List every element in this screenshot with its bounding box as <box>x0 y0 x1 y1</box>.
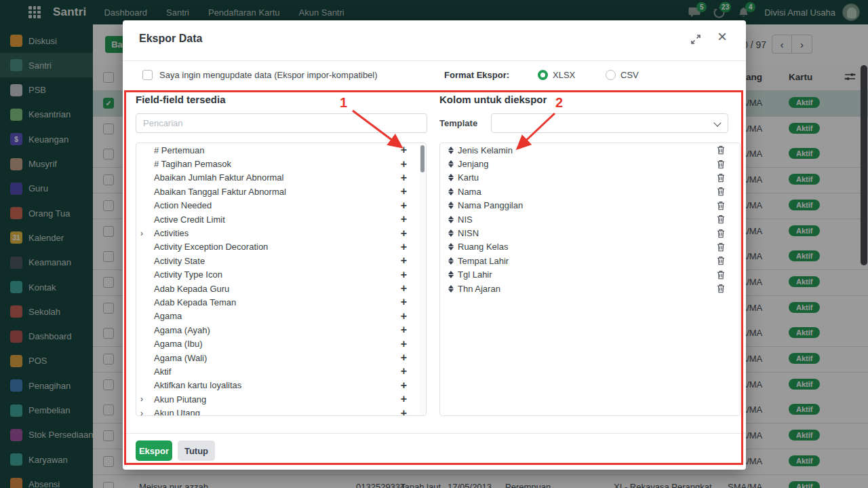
trash-icon[interactable] <box>717 284 725 293</box>
chevron-down-icon <box>713 119 721 126</box>
trash-icon[interactable] <box>717 145 725 155</box>
trash-icon[interactable] <box>717 256 725 265</box>
add-field-icon[interactable]: + <box>401 242 407 252</box>
export-column-nama[interactable]: Nama <box>440 185 740 198</box>
trash-icon[interactable] <box>717 173 725 183</box>
sort-handle-icon[interactable] <box>448 188 454 195</box>
export-column-nisn[interactable]: NISN <box>440 226 740 240</box>
field-row-agama-ibu[interactable]: Agama (Ibu)+ <box>136 337 426 350</box>
export-column-label: Thn Ajaran <box>458 284 500 294</box>
field-label: # Pertemuan <box>154 145 204 155</box>
field-row-agama[interactable]: Agama+ <box>136 309 426 323</box>
export-modal: Ekspor Data × Saya ingin mengupdate data… <box>123 20 746 470</box>
field-row-abaikan-jumlah-faktur-abnormal[interactable]: Abaikan Jumlah Faktur Abnormal+ <box>136 171 426 185</box>
add-field-icon[interactable]: + <box>401 201 407 210</box>
sort-handle-icon[interactable] <box>448 229 454 237</box>
export-column-kartu[interactable]: Kartu <box>440 171 740 185</box>
add-field-icon[interactable]: + <box>401 312 407 321</box>
field-row-aktifkan-kartu-loyalitas[interactable]: Aktifkan kartu loyalitas+ <box>136 379 426 392</box>
update-data-checkbox[interactable] <box>142 70 153 80</box>
field-row-activity-exception-decoration[interactable]: Activity Exception Decoration+ <box>136 240 426 254</box>
available-fields-list: # Pertemuan+# Tagihan Pemasok+Abaikan Ju… <box>136 143 427 416</box>
trash-icon[interactable] <box>717 187 725 196</box>
export-column-jenjang[interactable]: Jenjang <box>440 157 740 170</box>
sort-handle-icon[interactable] <box>448 257 454 265</box>
add-field-icon[interactable]: + <box>401 270 407 280</box>
add-field-icon[interactable]: + <box>401 381 407 390</box>
field-row-activities[interactable]: ›Activities+ <box>136 226 426 240</box>
export-column-thn-ajaran[interactable]: Thn Ajaran <box>440 282 740 295</box>
export-column-nis[interactable]: NIS <box>440 212 740 226</box>
export-column-ruang-kelas[interactable]: Ruang Kelas <box>440 240 740 254</box>
add-field-icon[interactable]: + <box>401 173 407 183</box>
add-field-icon[interactable]: + <box>401 297 407 307</box>
add-field-icon[interactable]: + <box>401 367 407 376</box>
field-row-adab-kepada-guru[interactable]: Adab Kepada Guru+ <box>136 282 426 295</box>
trash-icon[interactable] <box>717 214 725 224</box>
field-row-agama-ayah[interactable]: Agama (Ayah)+ <box>136 323 426 337</box>
sort-handle-icon[interactable] <box>448 216 454 223</box>
trash-icon[interactable] <box>717 201 725 210</box>
add-field-icon[interactable]: + <box>401 214 407 224</box>
template-label: Template <box>439 118 477 128</box>
format-label-xlsx: XLSX <box>553 70 575 80</box>
fields-list-scroll-thumb[interactable] <box>420 145 425 172</box>
add-field-icon[interactable]: + <box>401 325 407 335</box>
sort-handle-icon[interactable] <box>448 147 454 154</box>
export-column-jenis-kelamin[interactable]: Jenis Kelamin <box>440 143 740 157</box>
available-fields-heading: Field-field tersedia <box>136 94 226 105</box>
field-row-abaikan-tanggal-faktur-abnormal[interactable]: Abaikan Tanggal Faktur Abnormal+ <box>136 185 426 198</box>
add-field-icon[interactable]: + <box>401 409 407 416</box>
close-icon[interactable]: × <box>717 27 727 46</box>
field-row-active-credit-limit[interactable]: Active Credit Limit+ <box>136 212 426 226</box>
close-button[interactable]: Tutup <box>178 440 215 461</box>
field-row-action-needed[interactable]: Action Needed+ <box>136 199 426 212</box>
chevron-right-icon[interactable]: › <box>140 229 143 238</box>
field-row-adab-kepada-teman[interactable]: Adab Kepada Teman+ <box>136 295 426 309</box>
field-label: Activity Type Icon <box>154 269 222 280</box>
add-field-icon[interactable]: + <box>401 229 407 238</box>
expand-icon[interactable] <box>690 34 701 48</box>
export-column-tempat-lahir[interactable]: Tempat Lahir <box>440 254 740 267</box>
add-field-icon[interactable]: + <box>401 256 407 265</box>
sort-handle-icon[interactable] <box>448 243 454 250</box>
trash-icon[interactable] <box>717 159 725 169</box>
add-field-icon[interactable]: + <box>401 339 407 349</box>
export-column-label: Nama <box>458 187 481 197</box>
add-field-icon[interactable]: + <box>401 394 407 404</box>
add-field-icon[interactable]: + <box>401 284 407 293</box>
field-row-akun-utang[interactable]: ›Akun Utang+ <box>136 406 426 416</box>
field-row-aktif[interactable]: Aktif+ <box>136 364 426 378</box>
add-field-icon[interactable]: + <box>401 353 407 362</box>
field-row-akun-piutang[interactable]: ›Akun Piutang+ <box>136 392 426 406</box>
chevron-right-icon[interactable]: › <box>140 409 143 416</box>
format-radio-csv[interactable] <box>606 70 616 80</box>
export-column-nama-panggilan[interactable]: Nama Panggilan <box>440 199 740 212</box>
search-input[interactable] <box>136 113 427 133</box>
format-radio-xlsx[interactable] <box>538 70 548 80</box>
sort-handle-icon[interactable] <box>448 285 454 293</box>
fields-list-scrollbar[interactable] <box>420 144 425 415</box>
field-row-agama-wali[interactable]: Agama (Wali)+ <box>136 351 426 364</box>
export-column-tgl-lahir[interactable]: Tgl Lahir <box>440 268 740 282</box>
field-row-pertemuan[interactable]: # Pertemuan+ <box>136 143 426 157</box>
export-column-label: Tgl Lahir <box>458 269 492 280</box>
template-select[interactable] <box>491 113 728 133</box>
trash-icon[interactable] <box>717 270 725 280</box>
field-row-tagihan-pemasok[interactable]: # Tagihan Pemasok+ <box>136 157 426 170</box>
field-label: Action Needed <box>154 200 212 210</box>
update-data-label: Saya ingin mengupdate data (Ekspor impor… <box>159 70 378 80</box>
sort-handle-icon[interactable] <box>448 202 454 209</box>
sort-handle-icon[interactable] <box>448 160 454 168</box>
add-field-icon[interactable]: + <box>401 145 407 155</box>
field-row-activity-state[interactable]: Activity State+ <box>136 254 426 267</box>
sort-handle-icon[interactable] <box>448 271 454 278</box>
add-field-icon[interactable]: + <box>401 159 407 169</box>
export-button[interactable]: Ekspor <box>136 440 172 461</box>
trash-icon[interactable] <box>717 242 725 252</box>
add-field-icon[interactable]: + <box>401 187 407 196</box>
field-row-activity-type-icon[interactable]: Activity Type Icon+ <box>136 268 426 282</box>
chevron-right-icon[interactable]: › <box>140 394 143 404</box>
sort-handle-icon[interactable] <box>448 174 454 181</box>
trash-icon[interactable] <box>717 229 725 238</box>
